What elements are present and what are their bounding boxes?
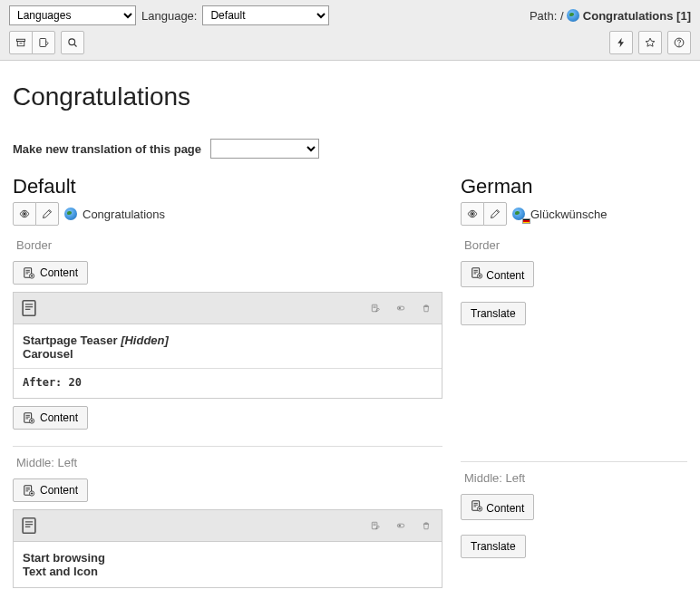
element-title: Start browsing xyxy=(23,551,105,565)
globe-icon xyxy=(567,9,579,22)
zone-label-middleleft-default: Middle: Left xyxy=(16,456,442,469)
edit-page-default-button[interactable] xyxy=(35,202,59,226)
flag-de-icon xyxy=(522,218,530,224)
content-element-teaser: Startpage Teaser [Hidden] Carousel After… xyxy=(13,292,442,399)
new-page-icon[interactable] xyxy=(32,31,55,54)
topbar: Languages Language: Default Path: / Cong… xyxy=(0,0,700,61)
delete-element-button[interactable] xyxy=(416,297,436,319)
edit-element-button[interactable] xyxy=(365,297,385,319)
bookmark-star-button[interactable] xyxy=(638,31,662,54)
breadcrumb: Path: / Congratulations [1] xyxy=(530,9,691,23)
content-area: Congratulations Make new translation of … xyxy=(0,61,700,599)
content-element-browsing: Start browsing Text and Icon xyxy=(13,509,442,588)
cache-bolt-button[interactable] xyxy=(609,31,633,54)
element-ctype: Text and Icon xyxy=(23,565,433,578)
globe-icon xyxy=(64,208,77,220)
element-ctype: Carousel xyxy=(23,347,433,361)
language-selector[interactable]: Languages xyxy=(9,5,136,25)
translate-middleleft-german[interactable]: Translate xyxy=(461,535,526,558)
language-label: Language: xyxy=(141,9,197,23)
zone-label-middleleft-german: Middle: Left xyxy=(464,471,687,485)
language-default-selector[interactable]: Default xyxy=(202,5,329,25)
new-translation-selector[interactable] xyxy=(210,139,319,159)
archive-icon[interactable] xyxy=(9,31,33,54)
add-content-middleleft-default[interactable]: Content xyxy=(13,478,88,502)
add-content-border-default-2[interactable]: Content xyxy=(13,406,88,430)
new-translation-label: Make new translation of this page xyxy=(13,142,201,156)
element-hidden-badge: [Hidden] xyxy=(121,333,169,347)
view-page-default-button[interactable] xyxy=(13,202,36,226)
page-title-german: Glückwünsche xyxy=(530,208,608,221)
page-heading: Congratulations xyxy=(13,82,687,111)
zone-label-border-default: Border xyxy=(16,238,442,252)
toggle-element-button[interactable] xyxy=(391,515,411,536)
column-default: Default Congratulations Border Content xyxy=(13,175,442,588)
add-content-middleleft-german[interactable]: Content xyxy=(461,494,534,520)
doc-icon xyxy=(19,516,39,536)
toggle-element-button[interactable] xyxy=(391,297,411,319)
help-button[interactable] xyxy=(667,31,691,54)
translate-border-german[interactable]: Translate xyxy=(461,302,526,325)
add-content-border-default[interactable]: Content xyxy=(13,261,88,285)
column-german-heading: German xyxy=(461,175,687,198)
edit-page-german-button[interactable] xyxy=(483,202,507,226)
column-german: German Glückwünsche Border Content xyxy=(461,175,687,588)
search-button[interactable] xyxy=(61,31,84,54)
view-page-german-button[interactable] xyxy=(461,202,484,226)
edit-element-button[interactable] xyxy=(365,515,385,536)
doc-icon xyxy=(19,298,39,318)
new-translation-row: Make new translation of this page xyxy=(13,139,687,159)
column-default-heading: Default xyxy=(13,175,442,198)
element-after: After: 20 xyxy=(23,376,433,389)
zone-label-border-german: Border xyxy=(464,238,687,252)
element-title: Startpage Teaser xyxy=(23,333,118,347)
page-title-default: Congratulations xyxy=(83,208,165,221)
delete-element-button[interactable] xyxy=(416,515,436,536)
add-content-border-german[interactable]: Content xyxy=(461,261,534,287)
